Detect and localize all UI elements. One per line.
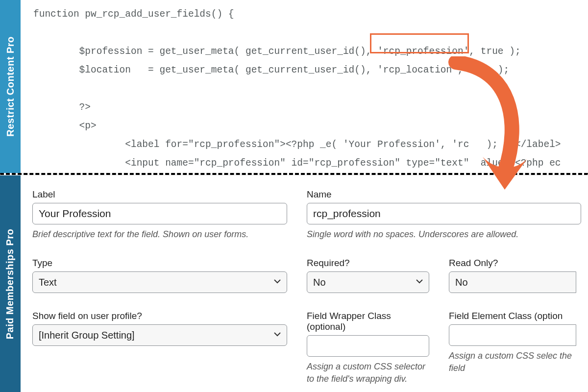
pmpro-sidebar: Paid Memberships Pro: [0, 175, 21, 392]
readonly-field-group: Read Only? No: [449, 258, 576, 293]
wrapper-class-input[interactable]: [307, 335, 429, 357]
form-row: Label Brief descriptive text for the fie…: [32, 189, 588, 240]
element-class-helper: Assign a custom CSS selec the field: [449, 350, 576, 374]
pmpro-sidebar-label: Paid Memberships Pro: [5, 228, 16, 339]
form-row: Show field on user profile? [Inherit Gro…: [32, 311, 588, 385]
type-field-group: Type Text: [32, 258, 287, 293]
name-input[interactable]: [307, 203, 581, 224]
element-class-group: Field Element Class (option Assign a cus…: [449, 311, 576, 385]
profile-field-group: Show field on user profile? [Inherit Gro…: [32, 311, 287, 385]
label-field-label: Label: [32, 189, 287, 200]
root: Restrict Content Pro function pw_rcp_add…: [0, 0, 588, 392]
form-row: Type Text Required? No: [32, 258, 588, 293]
required-field-group: Required? No: [307, 258, 429, 293]
readonly-select[interactable]: No: [449, 271, 576, 293]
label-helper: Brief descriptive text for the field. Sh…: [32, 228, 287, 240]
element-class-input[interactable]: [449, 324, 576, 346]
bottom-panel: Paid Memberships Pro Label Brief descrip…: [0, 175, 588, 392]
readonly-field-label: Read Only?: [449, 258, 576, 269]
name-field-group: Name Single word with no spaces. Undersc…: [307, 189, 581, 240]
label-field-group: Label Brief descriptive text for the fie…: [32, 189, 287, 240]
type-select[interactable]: Text: [32, 271, 287, 293]
highlighted-meta-key: 'rcp_profession': [377, 46, 469, 57]
type-field-label: Type: [32, 258, 287, 269]
top-panel: Restrict Content Pro function pw_rcp_add…: [0, 0, 588, 173]
name-field-label: Name: [307, 189, 581, 200]
label-input[interactable]: [32, 203, 287, 224]
rcp-sidebar: Restrict Content Pro: [0, 0, 21, 173]
wrapper-class-group: Field Wrapper Class (optional) Assign a …: [307, 311, 429, 385]
rcp-sidebar-label: Restrict Content Pro: [5, 36, 16, 136]
name-helper: Single word with no spaces. Underscores …: [307, 228, 581, 240]
wrapper-class-helper: Assign a custom CSS selector to the fiel…: [307, 361, 429, 385]
pmpro-form: Label Brief descriptive text for the fie…: [21, 175, 588, 392]
code-block: function pw_rcp_add_user_fields() { $pro…: [21, 0, 588, 173]
profile-select[interactable]: [Inherit Group Setting]: [32, 324, 287, 346]
required-select[interactable]: No: [307, 271, 429, 293]
wrapper-class-label: Field Wrapper Class (optional): [307, 311, 429, 332]
required-field-label: Required?: [307, 258, 429, 269]
profile-field-label: Show field on user profile?: [32, 311, 287, 321]
element-class-label: Field Element Class (option: [449, 311, 576, 321]
